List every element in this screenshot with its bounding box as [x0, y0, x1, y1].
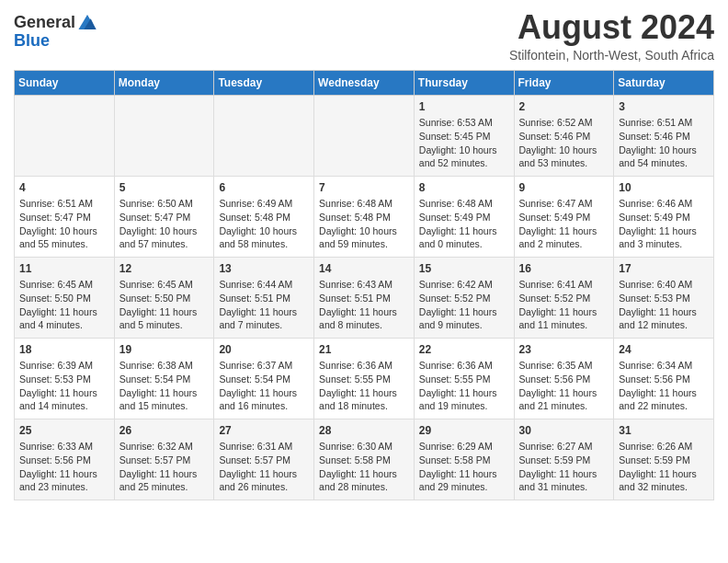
day-detail: Daylight: 11 hours and 29 minutes.	[419, 467, 509, 494]
day-detail: Sunrise: 6:26 AM	[619, 440, 709, 454]
day-detail: Sunset: 5:51 PM	[319, 292, 409, 305]
day-number: 24	[619, 342, 709, 358]
day-number: 23	[519, 342, 609, 358]
subtitle: Stilfontein, North-West, South Africa	[509, 48, 714, 63]
day-detail: Sunset: 5:49 PM	[419, 211, 509, 224]
calendar-cell: 6Sunrise: 6:49 AMSunset: 5:48 PMDaylight…	[214, 176, 314, 257]
day-detail: Sunset: 5:45 PM	[419, 130, 509, 144]
calendar-week-row: 1Sunrise: 6:53 AMSunset: 5:45 PMDaylight…	[15, 95, 714, 176]
day-number: 13	[219, 261, 309, 277]
day-detail: Daylight: 11 hours and 8 minutes.	[319, 305, 409, 332]
day-detail: Sunrise: 6:42 AM	[419, 278, 509, 292]
calendar-cell: 10Sunrise: 6:46 AMSunset: 5:49 PMDayligh…	[614, 176, 714, 257]
day-detail: Sunrise: 6:47 AM	[519, 197, 609, 211]
day-detail: Sunset: 5:54 PM	[119, 373, 210, 386]
day-detail: Sunrise: 6:45 AM	[19, 278, 109, 292]
calendar-cell: 7Sunrise: 6:48 AMSunset: 5:48 PMDaylight…	[314, 176, 415, 257]
day-detail: Sunset: 5:55 PM	[319, 373, 409, 386]
day-detail: Sunset: 5:53 PM	[19, 373, 109, 386]
day-number: 2	[519, 99, 609, 115]
page-header: General Blue August 2024 Stilfontein, No…	[14, 9, 714, 63]
day-detail: Daylight: 11 hours and 9 minutes.	[419, 305, 509, 332]
day-detail: Sunrise: 6:36 AM	[419, 359, 509, 373]
calendar-cell: 26Sunrise: 6:32 AMSunset: 5:57 PMDayligh…	[114, 419, 214, 500]
day-detail: Daylight: 11 hours and 5 minutes.	[119, 305, 210, 332]
day-detail: Sunrise: 6:37 AM	[219, 359, 309, 373]
day-number: 19	[119, 342, 210, 358]
day-detail: Sunset: 5:59 PM	[519, 454, 609, 467]
calendar-cell: 27Sunrise: 6:31 AMSunset: 5:57 PMDayligh…	[214, 419, 314, 500]
day-detail: Sunrise: 6:41 AM	[519, 278, 609, 292]
calendar-cell: 21Sunrise: 6:36 AMSunset: 5:55 PMDayligh…	[314, 338, 415, 419]
calendar-cell: 29Sunrise: 6:29 AMSunset: 5:58 PMDayligh…	[414, 419, 514, 500]
day-detail: Daylight: 11 hours and 22 minutes.	[619, 386, 709, 413]
day-detail: Daylight: 10 hours and 57 minutes.	[119, 224, 210, 251]
day-detail: Daylight: 11 hours and 11 minutes.	[519, 305, 609, 332]
day-detail: Sunset: 5:47 PM	[119, 211, 210, 224]
day-detail: Sunset: 5:50 PM	[19, 292, 109, 305]
day-detail: Sunrise: 6:33 AM	[19, 440, 109, 454]
day-detail: Daylight: 11 hours and 15 minutes.	[119, 386, 210, 413]
day-detail: Daylight: 11 hours and 19 minutes.	[419, 386, 509, 413]
day-detail: Daylight: 11 hours and 0 minutes.	[419, 224, 509, 251]
main-title: August 2024	[509, 9, 714, 46]
calendar-cell: 5Sunrise: 6:50 AMSunset: 5:47 PMDaylight…	[114, 176, 214, 257]
calendar-cell: 9Sunrise: 6:47 AMSunset: 5:49 PMDaylight…	[514, 176, 614, 257]
day-detail: Sunrise: 6:50 AM	[119, 197, 210, 211]
day-detail: Sunset: 5:58 PM	[419, 454, 509, 467]
day-detail: Daylight: 11 hours and 4 minutes.	[19, 305, 109, 332]
calendar-cell: 15Sunrise: 6:42 AMSunset: 5:52 PMDayligh…	[414, 257, 514, 338]
day-detail: Sunset: 5:48 PM	[219, 211, 309, 224]
logo-blue: Blue	[14, 32, 97, 51]
calendar-cell: 17Sunrise: 6:40 AMSunset: 5:53 PMDayligh…	[614, 257, 714, 338]
day-detail: Sunrise: 6:40 AM	[619, 278, 709, 292]
logo: General Blue	[14, 14, 97, 51]
calendar-cell: 13Sunrise: 6:44 AMSunset: 5:51 PMDayligh…	[214, 257, 314, 338]
day-number: 30	[519, 423, 609, 439]
calendar-cell: 30Sunrise: 6:27 AMSunset: 5:59 PMDayligh…	[514, 419, 614, 500]
day-detail: Daylight: 11 hours and 32 minutes.	[619, 467, 709, 494]
day-detail: Sunrise: 6:51 AM	[619, 116, 709, 130]
day-number: 25	[19, 423, 109, 439]
day-detail: Daylight: 10 hours and 54 minutes.	[619, 144, 709, 170]
calendar-header-row: SundayMondayTuesdayWednesdayThursdayFrid…	[15, 70, 714, 95]
calendar-cell	[214, 95, 314, 176]
day-detail: Sunrise: 6:52 AM	[519, 116, 609, 130]
col-header-thursday: Thursday	[414, 70, 514, 95]
day-number: 28	[319, 423, 409, 439]
day-detail: Sunset: 5:49 PM	[519, 211, 609, 224]
day-number: 16	[519, 261, 609, 277]
calendar-cell: 14Sunrise: 6:43 AMSunset: 5:51 PMDayligh…	[314, 257, 415, 338]
day-detail: Sunrise: 6:34 AM	[619, 359, 709, 373]
day-detail: Daylight: 10 hours and 59 minutes.	[319, 224, 409, 251]
day-detail: Sunset: 5:46 PM	[519, 130, 609, 144]
day-detail: Daylight: 11 hours and 3 minutes.	[619, 224, 709, 251]
day-detail: Sunrise: 6:44 AM	[219, 278, 309, 292]
day-detail: Sunset: 5:57 PM	[219, 454, 309, 467]
calendar-week-row: 11Sunrise: 6:45 AMSunset: 5:50 PMDayligh…	[15, 257, 714, 338]
day-detail: Sunset: 5:56 PM	[19, 454, 109, 467]
calendar-cell: 16Sunrise: 6:41 AMSunset: 5:52 PMDayligh…	[514, 257, 614, 338]
day-number: 20	[219, 342, 309, 358]
day-detail: Daylight: 10 hours and 55 minutes.	[19, 224, 109, 251]
calendar-cell	[15, 95, 115, 176]
day-number: 6	[219, 180, 309, 196]
calendar-cell: 2Sunrise: 6:52 AMSunset: 5:46 PMDaylight…	[514, 95, 614, 176]
day-detail: Sunset: 5:51 PM	[219, 292, 309, 305]
calendar-cell: 12Sunrise: 6:45 AMSunset: 5:50 PMDayligh…	[114, 257, 214, 338]
day-number: 9	[519, 180, 609, 196]
day-detail: Sunrise: 6:51 AM	[19, 197, 109, 211]
day-number: 21	[319, 342, 409, 358]
calendar-week-row: 18Sunrise: 6:39 AMSunset: 5:53 PMDayligh…	[15, 338, 714, 419]
day-detail: Daylight: 11 hours and 26 minutes.	[219, 467, 309, 494]
day-detail: Sunrise: 6:48 AM	[319, 197, 409, 211]
day-detail: Sunrise: 6:43 AM	[319, 278, 409, 292]
day-detail: Sunset: 5:56 PM	[519, 373, 609, 386]
col-header-friday: Friday	[514, 70, 614, 95]
day-detail: Sunset: 5:54 PM	[219, 373, 309, 386]
col-header-tuesday: Tuesday	[214, 70, 314, 95]
calendar-week-row: 25Sunrise: 6:33 AMSunset: 5:56 PMDayligh…	[15, 419, 714, 500]
day-detail: Daylight: 11 hours and 12 minutes.	[619, 305, 709, 332]
calendar-cell: 8Sunrise: 6:48 AMSunset: 5:49 PMDaylight…	[414, 176, 514, 257]
day-detail: Sunrise: 6:46 AM	[619, 197, 709, 211]
